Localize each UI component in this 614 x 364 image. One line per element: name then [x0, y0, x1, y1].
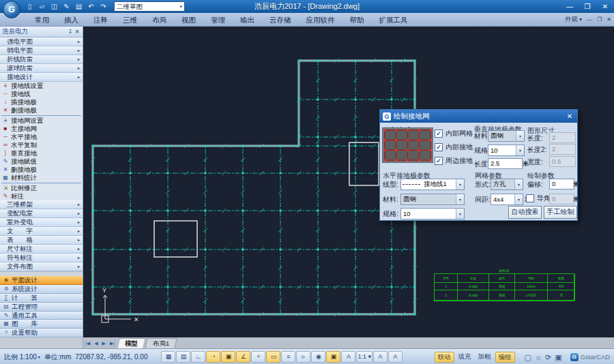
tab-nav-1[interactable]: ◀ [92, 338, 100, 348]
sidebar-tool-a-3[interactable]: ✕删接地极 [0, 106, 83, 115]
sidebar-group-bottom-7[interactable]: 文件布图▸ [0, 262, 83, 271]
sidebar-tool-c-0[interactable]: ⇲比例修正 [0, 184, 83, 192]
sidebar-group-bottom-2[interactable]: 室外变电▸ [0, 218, 83, 227]
redo-icon[interactable]: ↷ [98, 2, 108, 12]
autoscale-toggle[interactable]: A [373, 351, 388, 363]
maximize-button[interactable]: ❐ [579, 0, 596, 13]
chamfer-checkbox[interactable]: 导角: [526, 194, 553, 203]
ribbon-tab-6[interactable]: 管理 [203, 14, 233, 26]
sync-icon[interactable]: ⟳ [545, 350, 551, 364]
plot-icon[interactable]: ▤ [74, 2, 84, 12]
sidebar-group-bottom-4[interactable]: 表 格▸ [0, 236, 83, 245]
annotation-monitor-toggle[interactable]: ▣ [326, 351, 340, 363]
osnap-toggle[interactable]: ▣ [221, 351, 235, 363]
ribbon-tab-3[interactable]: 三维 [115, 14, 145, 26]
horizontal-material-select[interactable]: 圆钢▾ [400, 194, 465, 205]
category-5[interactable]: ▦图 库 [0, 320, 83, 329]
open-icon[interactable]: ▱ [37, 2, 47, 12]
layout-tab-0[interactable]: 模型 [117, 338, 146, 348]
size-width-input[interactable]: 0.5 [549, 156, 576, 167]
dialog-close-icon[interactable]: ✕ [565, 112, 574, 120]
sidebar-tool-a-0[interactable]: ⏚接地线设置 [0, 82, 83, 90]
sidebar-tool-b-4[interactable]: │垂直接地 [0, 149, 83, 157]
lineweight-toggle[interactable]: ≡ [281, 351, 295, 363]
category-0[interactable]: ◈平面设计 [0, 276, 83, 285]
category-3[interactable]: ▤工程管理 [0, 303, 83, 312]
vertical-material-select[interactable]: 圆钢▾ [488, 130, 525, 142]
chamfer-input[interactable]: 0 [549, 194, 574, 204]
category-1[interactable]: ⊚系统设计 [0, 285, 83, 294]
sidebar-tool-b-0[interactable]: ⏚接地网设置 [0, 117, 83, 125]
category-2[interactable]: ∑计 算 [0, 294, 83, 303]
dialog-title-bar[interactable]: G 绘制接地网 ✕ [380, 110, 577, 123]
category-4[interactable]: ✎通用工具 [0, 312, 83, 320]
sidebar-group-bottom-6[interactable]: 符号标注▸ [0, 254, 83, 262]
minimize-button[interactable]: — [561, 0, 579, 13]
annotation-visibility-toggle[interactable]: A [341, 351, 355, 363]
size-length-input[interactable]: 2 [549, 132, 576, 143]
horizontal-spec-select[interactable]: 10▾ [400, 208, 465, 219]
toggle-0[interactable]: 联动 [435, 352, 454, 363]
sidebar-tool-b-7[interactable]: ▦材料统计 [0, 174, 83, 182]
quick-properties-toggle[interactable]: ▹ [296, 351, 310, 363]
clean-screen-icon[interactable]: ▢ [525, 350, 531, 364]
toggle-3[interactable]: 编组 [495, 352, 515, 363]
sidebar-group-bottom-3[interactable]: 文 字▸ [0, 227, 83, 236]
fullscreen-icon[interactable]: ▣ [555, 350, 561, 364]
sidebar-group-top-1[interactable]: 弱电平面▸ [0, 46, 83, 55]
ribbon-tab-9[interactable]: 应用软件 [299, 14, 342, 26]
tab-nav-2[interactable]: ▶ [100, 338, 108, 348]
grid-spacing-select[interactable]: 4x4▾ [491, 194, 523, 205]
ribbon-tab-11[interactable]: 扩展工具 [372, 14, 415, 26]
layout-tab-1[interactable]: 布局1 [145, 338, 177, 348]
doc-restore-button[interactable]: ❐ [597, 16, 602, 22]
vertical-length-input[interactable]: 2.5 [488, 158, 523, 169]
close-icon[interactable]: ✕ [74, 29, 81, 35]
sidebar-group-bottom-1[interactable]: 变配电室▸ [0, 209, 83, 218]
toggle-2[interactable]: 加粗 [476, 352, 494, 363]
tab-nav-3[interactable]: ▶| [108, 338, 117, 348]
grid-toggle[interactable]: ▤ [176, 351, 190, 363]
sidebar-group-bottom-0[interactable]: 三维桥架▸ [0, 200, 83, 209]
scale-select[interactable]: 比例 1:100▾ [4, 352, 40, 362]
ribbon-tab-7[interactable]: 输出 [233, 14, 262, 26]
ribbon-tab-10[interactable]: 帮助 [342, 14, 372, 26]
undo-icon[interactable]: ↶ [86, 2, 96, 12]
ribbon-tab-1[interactable]: 插入 [57, 14, 86, 26]
app-logo-button[interactable]: G [3, 1, 20, 18]
new-icon[interactable]: ▯ [25, 2, 35, 12]
size-length2-input[interactable]: 2 [549, 144, 576, 155]
sidebar-tool-a-1[interactable]: ─接地线 [0, 90, 83, 98]
sidebar-tool-b-2[interactable]: ─水平接地 [0, 133, 83, 141]
inner-ground-checkbox[interactable]: ✓ 内部接地 [435, 142, 473, 152]
ribbon-tab-2[interactable]: 注释 [86, 14, 115, 26]
sidebar-group-top-4[interactable]: 接地设计▸ [0, 73, 83, 82]
category-6[interactable]: ?设置帮助 [0, 329, 83, 337]
sidebar-tool-b-5[interactable]: ✎接地赋值 [0, 157, 83, 166]
ribbon-tab-4[interactable]: 布局 [145, 14, 174, 26]
otrack-toggle[interactable]: ∠ [236, 351, 250, 363]
annotation-scale-select[interactable]: 1:1 ▾ [356, 351, 372, 363]
doc-close-button[interactable]: ✕ [606, 16, 611, 22]
close-button[interactable]: ✕ [596, 0, 614, 13]
ortho-toggle[interactable]: ∟ [191, 351, 205, 363]
save-icon[interactable]: ◫ [49, 2, 59, 12]
grid-form-select[interactable]: 方孔▾ [491, 179, 523, 190]
snap-toggle[interactable]: ▦ [161, 351, 175, 363]
sidebar-tool-b-1[interactable]: ■主接地网 [0, 125, 83, 133]
doc-minimize-button[interactable]: — [587, 16, 592, 22]
sidebar-group-top-0[interactable]: 强电平面▸ [0, 37, 83, 46]
save-as-icon[interactable]: ✎ [61, 2, 72, 12]
sidebar-group-top-3[interactable]: 滚球防雷▸ [0, 64, 83, 73]
polar-toggle[interactable]: ◔ [206, 351, 220, 363]
sidebar-tool-c-1[interactable]: ✎标注 [0, 192, 83, 200]
sidebar-group-bottom-5[interactable]: 尺寸标注▸ [0, 245, 83, 254]
workspace-select[interactable]: 二维草图 ▾ [114, 1, 185, 12]
selection-cycling-toggle[interactable]: ◉ [311, 351, 325, 363]
offset-input[interactable]: 0 [549, 179, 574, 189]
lightbulb-icon[interactable]: ☼ [535, 350, 542, 364]
sidebar-tool-a-2[interactable]: ↓插接地极 [0, 98, 83, 106]
tab-nav-0[interactable]: |◀ [83, 338, 92, 348]
sidebar-tool-b-3[interactable]: ═水平复制 [0, 141, 83, 149]
annotation-all-toggle[interactable]: A [388, 351, 403, 363]
